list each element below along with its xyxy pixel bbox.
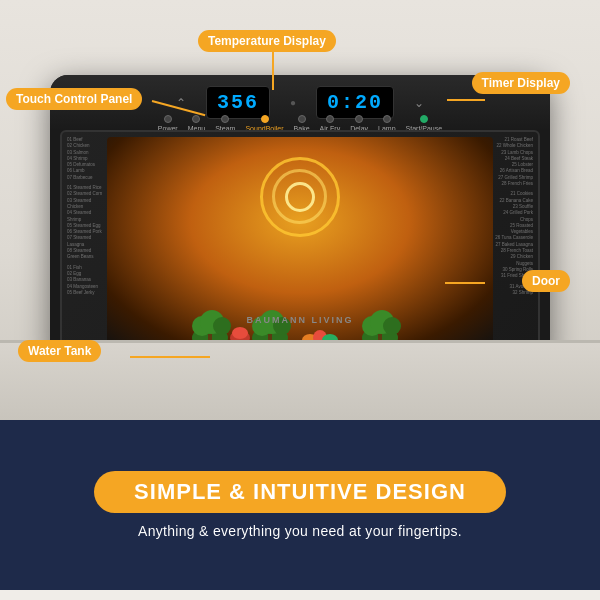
line-temp (272, 52, 274, 90)
recipe-list-left: 01 Beef 02 Chicken 03 Salmon 04 Shrimp 0… (67, 137, 105, 296)
label-water-tank: Water Tank (18, 340, 101, 362)
line-water (130, 356, 210, 358)
nav-right-icon: ⌄ (414, 96, 424, 110)
subtext: Anything & everything you need at your f… (138, 523, 462, 539)
label-timer-display: Timer Display (472, 72, 570, 94)
line-door (445, 282, 485, 284)
heating-ring-inner (285, 182, 315, 212)
timer-value: 0:20 (327, 91, 383, 114)
label-touch-control-panel: Touch Control Panel (6, 88, 142, 110)
oven-appliance: ⌃ 356 ● 0:20 ⌄ Power Menu Steam SoundBoi… (50, 75, 550, 365)
svg-point-18 (383, 317, 401, 335)
headline-pill: SIMPLE & INTUITIVE DESIGN (94, 471, 506, 513)
product-image-section: Touch Control Panel Temperature Display … (0, 0, 600, 420)
headline-text: SIMPLE & INTUITIVE DESIGN (134, 479, 466, 505)
svg-point-3 (213, 317, 231, 335)
bottom-banner: SIMPLE & INTUITIVE DESIGN Anything & eve… (0, 420, 600, 590)
brand-label: BAUMANN LIVING (247, 315, 354, 325)
line-timer (447, 99, 485, 101)
heating-element (260, 157, 340, 237)
label-door: Door (522, 270, 570, 292)
temperature-value: 356 (217, 91, 259, 114)
svg-point-11 (232, 327, 248, 339)
oven-door[interactable]: 01 Beef 02 Chicken 03 Salmon 04 Shrimp 0… (60, 130, 540, 355)
label-temperature-display: Temperature Display (198, 30, 336, 52)
separator: ● (290, 97, 296, 108)
